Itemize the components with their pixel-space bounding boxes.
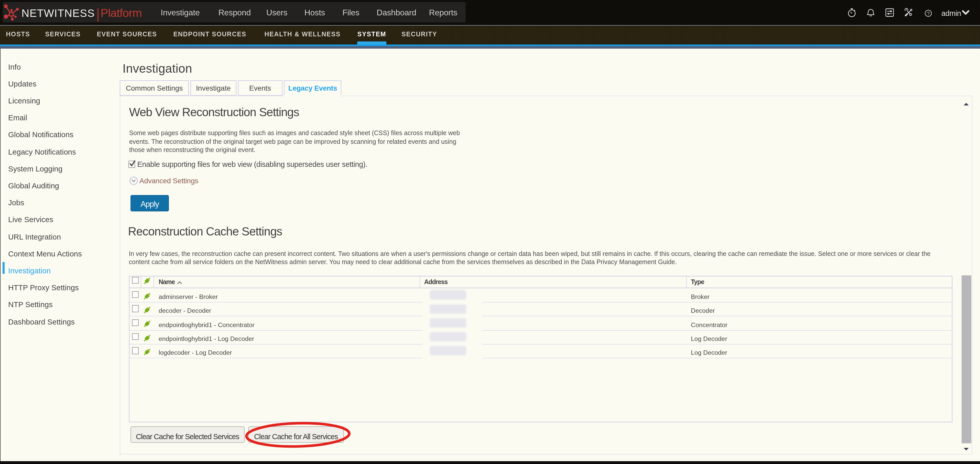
svg-text:?: ? (927, 11, 930, 16)
